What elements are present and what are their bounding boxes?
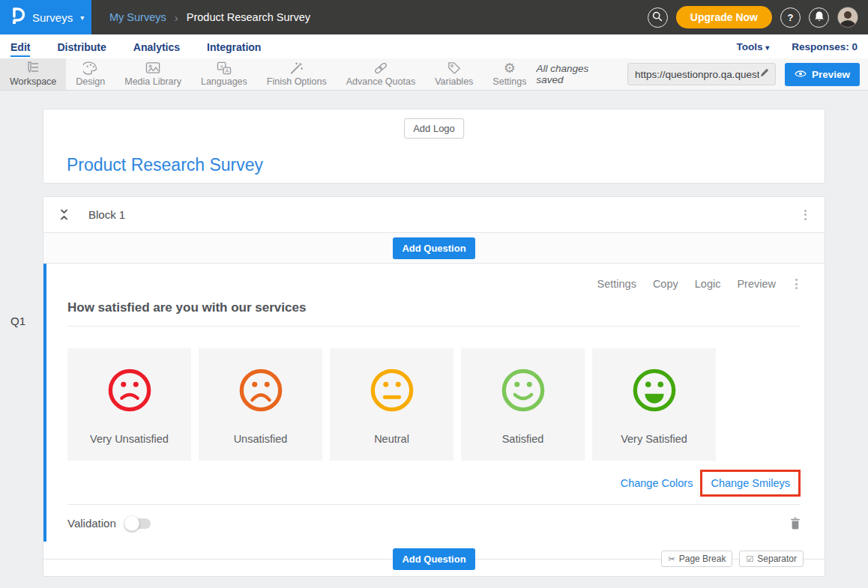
smiley-customize-row: Change Colors Change Smileys	[67, 470, 801, 497]
toolbar-item-label: Settings	[492, 76, 526, 87]
block-card: Block 1 Add Question Settings Copy Logic…	[43, 196, 825, 577]
delete-question-button[interactable]	[790, 517, 801, 530]
editor-canvas: Q1 Add Logo Product Research Survey Bloc…	[0, 91, 868, 588]
validation-toggle[interactable]	[125, 518, 151, 529]
question-divider	[67, 326, 801, 327]
chevron-down-icon: ▾	[765, 43, 769, 52]
bell-icon	[814, 10, 825, 24]
question-number-label: Q1	[10, 315, 25, 327]
separator-button[interactable]: ☑ Separator	[739, 551, 804, 567]
eye-icon	[795, 69, 807, 80]
toolbar-item-label: Workspace	[10, 76, 56, 87]
add-logo-button[interactable]: Add Logo	[404, 118, 464, 139]
toolbar-item-media-library[interactable]: Media Library	[115, 58, 191, 90]
svg-text:A: A	[225, 67, 229, 73]
question-preview-link[interactable]: Preview	[737, 278, 776, 290]
toolbar-item-settings[interactable]: ⚙ Settings	[483, 58, 536, 90]
notifications-button[interactable]	[809, 7, 829, 28]
add-question-button-top[interactable]: Add Question	[393, 237, 474, 259]
tools-dropdown[interactable]: Tools ▾	[736, 41, 769, 52]
block-menu-kebab-icon[interactable]	[801, 207, 810, 223]
image-icon	[145, 61, 160, 75]
change-colors-link[interactable]: Change Colors	[621, 477, 693, 489]
tab-distribute[interactable]: Distribute	[57, 36, 106, 58]
very-satisfied-smiley-icon	[631, 367, 678, 413]
smiley-option[interactable]: Very Satisfied	[592, 348, 716, 461]
smiley-label: Very Satisfied	[621, 433, 687, 445]
links-icon	[373, 61, 388, 75]
editor-toolbar: Workspace Design Media Library xA Langua…	[0, 58, 868, 91]
wand-icon	[289, 61, 304, 75]
breadcrumb-my-surveys[interactable]: My Surveys	[109, 11, 166, 23]
change-smileys-link[interactable]: Change Smileys	[711, 477, 790, 489]
smiley-label: Very Unsatisfied	[90, 433, 169, 445]
toolbar-item-workspace[interactable]: Workspace	[0, 58, 66, 90]
toolbar-item-advance-quotas[interactable]: Advance Quotas	[337, 58, 425, 90]
smiley-option[interactable]: Satisfied	[461, 348, 585, 461]
survey-url-field[interactable]	[627, 63, 776, 85]
collapse-block-icon[interactable]	[58, 208, 70, 222]
scissors-icon: ✂	[668, 554, 675, 564]
toggle-knob	[124, 516, 139, 531]
search-button[interactable]	[648, 7, 668, 28]
block-header: Block 1	[43, 197, 825, 233]
tab-analytics[interactable]: Analytics	[133, 36, 180, 58]
responses-count[interactable]: Responses: 0	[792, 41, 858, 52]
survey-nav: Edit Distribute Analytics Integration To…	[0, 34, 868, 58]
toolbar-item-label: Design	[76, 76, 105, 87]
question-menu-kebab-icon[interactable]	[792, 276, 801, 292]
toolbar-item-label: Finish Options	[267, 76, 327, 87]
block-title[interactable]: Block 1	[88, 208, 125, 221]
preview-button[interactable]: Preview	[785, 63, 860, 86]
tab-edit[interactable]: Edit	[10, 36, 30, 58]
autosave-status: All changes saved	[537, 63, 618, 85]
upgrade-now-button[interactable]: Upgrade Now	[676, 6, 772, 28]
question-copy-link[interactable]: Copy	[653, 278, 678, 290]
survey-url-input[interactable]	[635, 69, 759, 80]
brand-label: Surveys	[32, 11, 73, 24]
toolbar-item-finish-options[interactable]: Finish Options	[257, 58, 337, 90]
survey-title[interactable]: Product Research Survey	[67, 155, 263, 175]
smiley-label: Neutral	[374, 433, 409, 445]
breadcrumb-separator-icon: ›	[175, 11, 178, 24]
page-break-button[interactable]: ✂ Page Break	[661, 551, 732, 567]
smiley-label: Unsatisfied	[234, 433, 288, 445]
validation-label: Validation	[67, 517, 116, 530]
tab-integration[interactable]: Integration	[207, 36, 261, 58]
smiley-option[interactable]: Very Unsatisfied	[67, 348, 191, 461]
question-logic-link[interactable]: Logic	[695, 278, 721, 290]
questionpro-logo-icon	[9, 6, 25, 28]
add-question-row-bottom: Add Question ✂ Page Break ☑ Separator	[43, 542, 825, 576]
question-card: Settings Copy Logic Preview How satisfie…	[43, 264, 825, 542]
palette-icon	[83, 61, 97, 75]
top-bar: Surveys ▾ My Surveys › Product Research …	[0, 0, 868, 34]
survey-header-card: Add Logo Product Research Survey	[43, 109, 825, 184]
breadcrumb: My Surveys › Product Research Survey	[109, 11, 310, 24]
toolbar-item-label: Advance Quotas	[346, 76, 415, 87]
question-text[interactable]: How satisfied are you with our services	[67, 300, 801, 315]
gear-icon: ⚙	[504, 61, 516, 75]
edit-url-pencil-icon[interactable]	[759, 67, 770, 81]
toolbar-item-design[interactable]: Design	[66, 58, 115, 90]
neutral-smiley-icon	[369, 367, 415, 413]
toolbar-item-variables[interactable]: Variables	[425, 58, 483, 90]
breadcrumb-current: Product Research Survey	[187, 11, 310, 23]
smiley-scale: Very Unsatisfied Unsatisfied	[67, 348, 801, 461]
user-avatar[interactable]	[837, 7, 858, 28]
add-question-row-top: Add Question	[43, 233, 825, 264]
help-button[interactable]: ?	[780, 7, 801, 28]
chevron-down-icon: ▾	[80, 13, 84, 22]
trash-icon	[790, 517, 801, 530]
svg-text:x: x	[220, 63, 223, 69]
topbar-actions: Upgrade Now ?	[648, 6, 868, 28]
validation-row: Validation	[67, 504, 801, 542]
brand-menu[interactable]: Surveys ▾	[0, 0, 91, 34]
toolbar-item-label: Variables	[435, 76, 473, 87]
very-unsatisfied-smiley-icon	[106, 367, 153, 413]
toolbar-item-languages[interactable]: xA Languages	[191, 58, 257, 90]
add-question-button-bottom[interactable]: Add Question	[393, 548, 474, 570]
smiley-option[interactable]: Unsatisfied	[199, 348, 322, 461]
smiley-option[interactable]: Neutral	[330, 348, 453, 461]
question-settings-link[interactable]: Settings	[597, 278, 636, 290]
tag-icon	[447, 61, 461, 75]
